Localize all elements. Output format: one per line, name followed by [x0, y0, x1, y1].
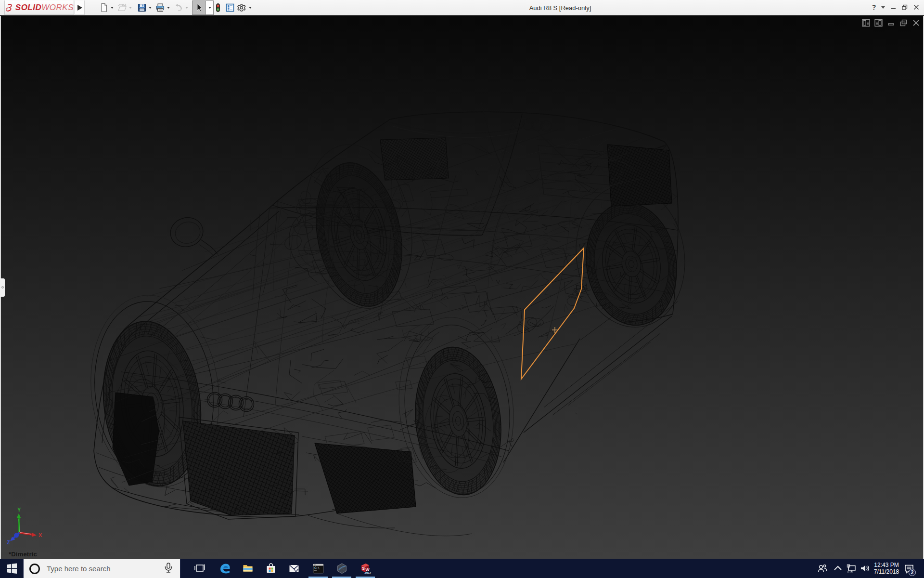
taskbar-solidworks-composer[interactable] [330, 559, 353, 578]
pane-left-icon [862, 19, 870, 27]
start-button[interactable] [0, 559, 23, 578]
doc-close-button[interactable] [912, 19, 920, 27]
doc-restore-icon [899, 19, 908, 27]
mail-icon [288, 563, 300, 574]
pane-right-icon [874, 19, 883, 27]
doc-pane-left-button[interactable] [862, 19, 870, 27]
tray-people[interactable] [815, 559, 829, 578]
microphone-icon-glyph [163, 562, 174, 574]
graphics-area[interactable]: YXZ *Dimetric [0, 16, 924, 559]
wireframe-model-audi-r8[interactable] [0, 0, 924, 578]
windows-taskbar: Type here to search C:\SW2017 12:43 PM 7… [0, 559, 924, 578]
taskbar-microsoft-store[interactable] [259, 559, 282, 578]
feature-pane-collapsed-tab[interactable] [0, 278, 5, 297]
pane-tab-dot-icon [1, 286, 4, 289]
taskbar-mail[interactable] [282, 559, 306, 578]
taskbar-microsoft-edge[interactable] [213, 559, 236, 578]
orientation-triad: YXZ [5, 490, 48, 548]
cmd-prompt-text: C:\ [314, 566, 320, 569]
taskbar-task-view[interactable] [188, 559, 211, 578]
microsoft-store-icon [265, 563, 277, 574]
tray-hidden-icons[interactable] [832, 559, 844, 578]
task-view-icon [194, 563, 205, 574]
sw-year: 2017 [365, 571, 372, 574]
doc-minimize-button[interactable] [887, 19, 895, 27]
document-window-controls [862, 19, 920, 27]
tray-clock[interactable]: 12:43 PM 7/11/2018 [872, 559, 901, 578]
clock-date: 7/11/2018 [874, 568, 899, 575]
tray-volume[interactable] [858, 559, 871, 578]
solidworks-2017-icon: SW2017 [359, 562, 372, 575]
search-placeholder: Type here to search [47, 565, 163, 573]
doc-minimize-icon [887, 19, 895, 27]
action-center-button[interactable] [901, 559, 917, 578]
notification-badge: 2 [909, 569, 916, 576]
taskbar-command-prompt[interactable]: C:\ [307, 559, 330, 578]
solidworks-composer-icon [336, 563, 348, 575]
selected-face[interactable] [521, 248, 584, 379]
volume-icon [859, 563, 870, 574]
people-icon [817, 563, 827, 574]
network-icon [846, 563, 857, 574]
chevron-up-icon [833, 563, 843, 574]
file-explorer-icon [242, 563, 254, 574]
command-prompt-icon: C:\ [312, 563, 324, 575]
sw-letter-s: S [362, 566, 365, 571]
taskbar-search[interactable]: Type here to search [23, 559, 180, 578]
axis-z-label: Z [7, 539, 10, 545]
desktop: SOLIDWORKS Audi R8 S [Read-only] ? YXZ *… [0, 0, 924, 578]
taskbar-file-explorer[interactable] [236, 559, 259, 578]
tray-network[interactable] [845, 559, 858, 578]
cortana-icon [29, 564, 40, 574]
view-orientation-label: *Dimetric [9, 551, 37, 558]
microsoft-edge-icon [219, 563, 231, 575]
axis-y-label: Y [17, 507, 21, 512]
microphone-icon[interactable] [163, 562, 174, 576]
doc-pane-right-button[interactable] [874, 19, 883, 27]
taskbar-solidworks-2017[interactable]: SW2017 [354, 559, 377, 578]
doc-close-icon [912, 19, 920, 27]
clock-time: 12:43 PM [874, 562, 898, 568]
doc-restore-button[interactable] [899, 19, 908, 27]
windows-logo-icon [6, 563, 18, 575]
axis-x-label: X [38, 532, 42, 538]
